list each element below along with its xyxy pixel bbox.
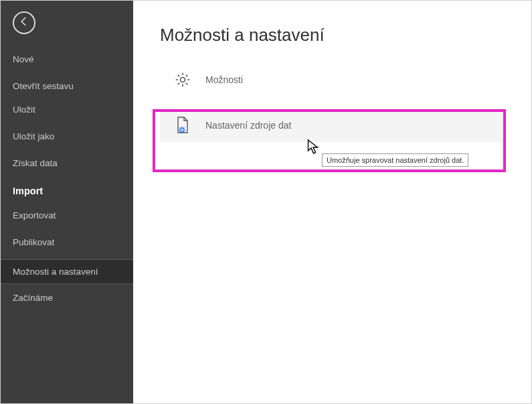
option-row-datasource-settings[interactable]: Nastavení zdroje dat xyxy=(160,109,501,142)
sidebar-item-label: Import xyxy=(13,186,43,196)
sidebar-item-save[interactable]: Uložit xyxy=(1,98,133,121)
sidebar-item-label: Exportovat xyxy=(13,210,56,220)
sidebar-item-label: Uložit jako xyxy=(13,131,54,141)
gear-icon xyxy=(173,70,192,89)
sidebar-item-import[interactable]: Import xyxy=(1,178,133,204)
svg-point-0 xyxy=(181,78,185,82)
sidebar-item-label: Uložit xyxy=(13,105,35,115)
sidebar-item-save-as[interactable]: Uložit jako xyxy=(1,125,133,148)
option-label: Možnosti xyxy=(205,74,243,85)
sidebar-item-publish[interactable]: Publikovat xyxy=(1,230,133,254)
page-title: Možnosti a nastavení xyxy=(160,25,531,46)
tooltip: Umožňuje spravovat nastavení zdrojů dat. xyxy=(322,153,468,167)
sidebar-item-label: Začínáme xyxy=(13,293,53,303)
sidebar-item-open-report[interactable]: Otevřít sestavu xyxy=(1,74,133,98)
option-label: Nastavení zdroje dat xyxy=(205,120,291,131)
sidebar-item-label: Možnosti a nastavení xyxy=(13,267,98,277)
back-button[interactable] xyxy=(13,11,35,34)
document-gear-icon xyxy=(173,116,192,135)
sidebar-item-new[interactable]: Nové xyxy=(1,48,133,71)
option-row-moznosti[interactable]: Možnosti xyxy=(160,63,501,96)
sidebar-item-label: Nové xyxy=(13,54,34,64)
sidebar-item-getting-started[interactable]: Začínáme xyxy=(1,286,133,310)
datasource-section: Nastavení zdroje dat xyxy=(160,96,531,154)
sidebar-item-label: Publikovat xyxy=(13,237,54,247)
sidebar-item-get-data[interactable]: Získat data xyxy=(1,151,133,175)
sidebar-item-export[interactable]: Exportovat xyxy=(1,204,133,227)
back-arrow-icon xyxy=(18,15,30,30)
sidebar-item-options-settings[interactable]: Možnosti a nastavení xyxy=(1,259,133,284)
sidebar-item-label: Získat data xyxy=(13,158,58,168)
svg-point-2 xyxy=(181,129,183,131)
sidebar-item-label: Otevřít sestavu xyxy=(13,81,74,91)
sidebar: Nové Otevřít sestavu Uložit Uložit jako … xyxy=(1,1,133,403)
main-panel: Možnosti a nastavení Možnosti Nastavení … xyxy=(133,1,531,403)
